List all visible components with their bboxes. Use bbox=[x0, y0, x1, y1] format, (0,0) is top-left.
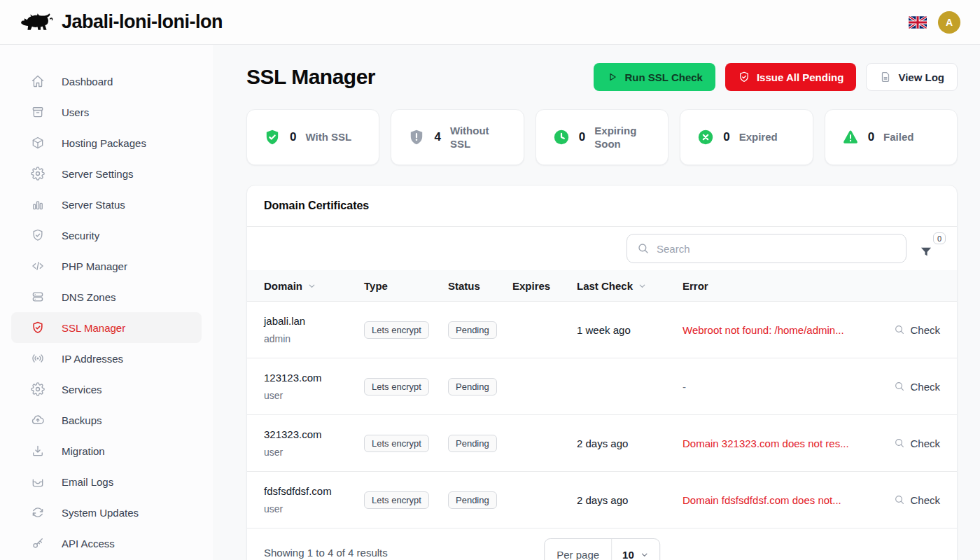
column-header-domain[interactable]: Domain bbox=[264, 280, 364, 292]
stat-label: With SSL bbox=[305, 130, 351, 144]
app-title: Jabali-loni-loni-lon bbox=[62, 11, 223, 33]
key-icon bbox=[31, 536, 45, 550]
table-row: 123123.com user Lets encrypt Pending - C… bbox=[247, 358, 957, 414]
search-icon bbox=[637, 242, 650, 255]
stat-value: 0 bbox=[579, 130, 585, 144]
search-box[interactable] bbox=[626, 234, 906, 263]
sidebar-item-server-settings[interactable]: Server Settings bbox=[11, 158, 202, 189]
per-page-select[interactable]: 10 bbox=[611, 539, 659, 560]
magnifier-icon bbox=[894, 494, 905, 505]
sidebar-item-label: System Updates bbox=[62, 507, 139, 519]
last-check-cell: 2 days ago bbox=[577, 494, 682, 506]
table-row: fdsfsdfdsf.com user Lets encrypt Pending… bbox=[247, 471, 957, 528]
stats-row: 0 With SSL 4 Without SSL 0 Expiring Soon… bbox=[246, 109, 958, 165]
run-ssl-check-button[interactable]: Run SSL Check bbox=[594, 63, 715, 91]
view-log-button[interactable]: View Log bbox=[866, 63, 958, 91]
sidebar-item-label: Services bbox=[62, 384, 102, 396]
home-icon bbox=[31, 74, 45, 88]
sidebar-item-services[interactable]: Services bbox=[11, 374, 202, 405]
sidebar-item-label: SSL Manager bbox=[62, 322, 125, 334]
magnifier-icon bbox=[894, 324, 905, 335]
status-badge: Pending bbox=[448, 435, 497, 452]
boar-logo-icon bbox=[20, 10, 55, 35]
document-icon bbox=[879, 71, 892, 83]
sidebar-item-label: Server Status bbox=[62, 199, 125, 211]
magnifier-icon bbox=[894, 381, 905, 392]
per-page-label: Per page bbox=[545, 549, 611, 560]
shield-exclamation-icon bbox=[408, 129, 425, 146]
sidebar-item-dns-zones[interactable]: DNS Zones bbox=[11, 281, 202, 312]
stat-value: 4 bbox=[434, 130, 440, 144]
error-cell: - bbox=[682, 381, 870, 393]
stat-expired: 0 Expired bbox=[680, 109, 813, 165]
domain-name: 123123.com bbox=[264, 372, 364, 384]
type-badge: Lets encrypt bbox=[364, 491, 429, 509]
stat-value: 0 bbox=[723, 130, 729, 144]
sidebar-item-system-updates[interactable]: System Updates bbox=[11, 497, 202, 528]
sidebar-item-ssl-manager[interactable]: SSL Manager bbox=[11, 312, 202, 343]
table-row: jabali.lan admin Lets encrypt Pending 1 … bbox=[247, 301, 957, 358]
error-cell: Webroot not found: /home/admin... bbox=[682, 324, 870, 336]
column-header-status: Status bbox=[448, 280, 512, 292]
play-icon bbox=[606, 71, 619, 83]
code-icon bbox=[31, 259, 45, 273]
error-cell: Domain 321323.com does not res... bbox=[682, 438, 870, 449]
uk-flag-icon[interactable] bbox=[909, 16, 927, 29]
sidebar-item-label: Dashboard bbox=[62, 76, 113, 88]
domain-user: user bbox=[264, 503, 364, 514]
brand[interactable]: Jabali-loni-loni-lon bbox=[20, 10, 223, 35]
column-header-error: Error bbox=[682, 280, 870, 292]
sidebar-item-email-logs[interactable]: Email Logs bbox=[11, 466, 202, 497]
filter-button[interactable]: 0 bbox=[919, 237, 940, 260]
type-badge: Lets encrypt bbox=[364, 321, 429, 339]
results-summary: Showing 1 to 4 of 4 results bbox=[264, 547, 388, 559]
sidebar-item-label: DNS Zones bbox=[62, 291, 116, 303]
archive-icon bbox=[31, 105, 45, 119]
filter-count-badge: 0 bbox=[933, 232, 946, 244]
sidebar-item-php-manager[interactable]: PHP Manager bbox=[11, 251, 202, 281]
domain-name: jabali.lan bbox=[264, 315, 364, 327]
status-badge: Pending bbox=[448, 378, 497, 396]
sidebar-item-users[interactable]: Users bbox=[11, 97, 202, 127]
funnel-icon bbox=[919, 245, 933, 259]
chevron-down-icon bbox=[638, 281, 647, 290]
stat-label: Failed bbox=[883, 130, 913, 144]
check-button[interactable]: Check bbox=[894, 438, 940, 449]
sidebar-item-server-status[interactable]: Server Status bbox=[11, 189, 202, 220]
stat-expiring-soon: 0 Expiring Soon bbox=[536, 109, 668, 165]
sidebar-item-label: Backups bbox=[62, 414, 102, 426]
table-row: 321323.com user Lets encrypt Pending 2 d… bbox=[247, 414, 957, 471]
domain-user: user bbox=[264, 447, 364, 458]
table-toolbar: 0 bbox=[247, 227, 957, 270]
gear-icon bbox=[31, 167, 45, 181]
status-badge: Pending bbox=[448, 491, 497, 509]
stat-label: Without SSL bbox=[450, 124, 505, 151]
page-title: SSL Manager bbox=[246, 65, 375, 89]
check-button[interactable]: Check bbox=[894, 324, 940, 336]
sidebar-item-hosting-packages[interactable]: Hosting Packages bbox=[11, 127, 202, 158]
issue-all-pending-button[interactable]: Issue All Pending bbox=[725, 63, 856, 91]
clock-icon bbox=[553, 129, 570, 146]
stat-value: 0 bbox=[868, 130, 874, 144]
search-input[interactable] bbox=[657, 243, 896, 255]
check-button[interactable]: Check bbox=[894, 494, 940, 506]
download-icon bbox=[31, 444, 45, 458]
sidebar-item-backups[interactable]: Backups bbox=[11, 405, 202, 435]
sidebar-item-label: Migration bbox=[62, 445, 105, 457]
stat-without-ssl: 4 Without SSL bbox=[391, 109, 524, 165]
sidebar-item-migration[interactable]: Migration bbox=[11, 435, 202, 466]
sidebar-item-api-access[interactable]: API Access bbox=[11, 528, 202, 559]
table-header-row: Domain Type Status Expires Last Check Er… bbox=[247, 270, 957, 301]
user-avatar[interactable]: A bbox=[938, 11, 960, 34]
domain-name: 321323.com bbox=[264, 428, 364, 440]
shield-check-icon bbox=[31, 228, 45, 242]
stat-label: Expired bbox=[739, 130, 778, 144]
sidebar-item-ip-addresses[interactable]: IP Addresses bbox=[11, 343, 202, 374]
chevron-down-icon bbox=[640, 550, 649, 559]
column-header-last-check[interactable]: Last Check bbox=[577, 280, 682, 292]
sidebar-item-security[interactable]: Security bbox=[11, 220, 202, 251]
shield-check-icon bbox=[738, 71, 750, 83]
check-button[interactable]: Check bbox=[894, 381, 940, 393]
sidebar-item-dashboard[interactable]: Dashboard bbox=[11, 66, 202, 97]
column-header-expires: Expires bbox=[512, 280, 577, 292]
